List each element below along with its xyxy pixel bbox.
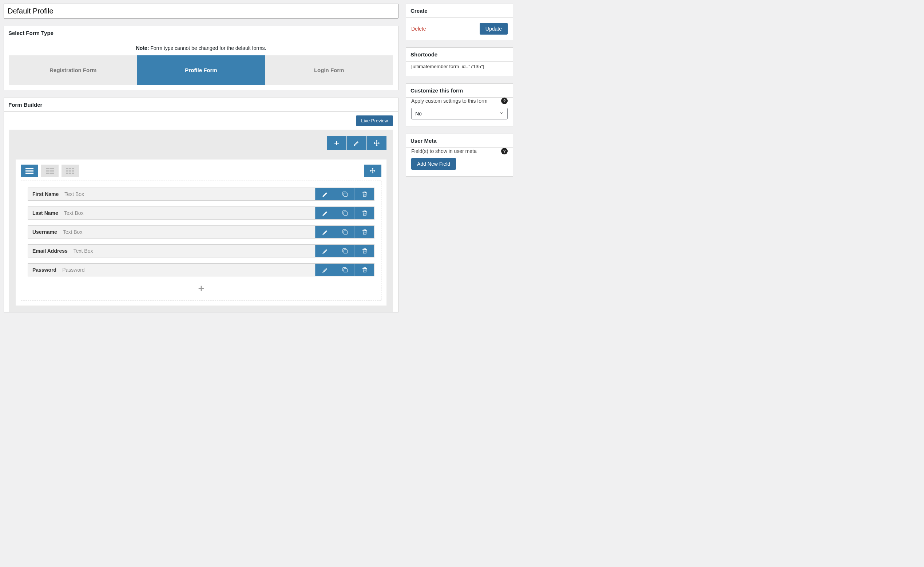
chevron-up-icon[interactable] bbox=[498, 90, 501, 92]
field-row: First Name Text Box bbox=[28, 188, 375, 201]
chevron-down-icon[interactable] bbox=[502, 140, 505, 142]
tab-profile-form[interactable]: Profile Form bbox=[137, 56, 265, 85]
field-row: Password Password bbox=[28, 263, 375, 277]
add-field-button[interactable] bbox=[197, 288, 205, 293]
panel-heading: User Meta bbox=[411, 138, 437, 144]
panel-create: Create Delete Update bbox=[406, 4, 513, 40]
chevron-up-icon[interactable] bbox=[498, 140, 501, 142]
delete-field-button[interactable] bbox=[354, 207, 374, 219]
delete-link[interactable]: Delete bbox=[411, 26, 426, 32]
live-preview-button[interactable]: Live Preview bbox=[356, 116, 393, 126]
panel-heading: Shortcode bbox=[411, 51, 437, 57]
svg-rect-3 bbox=[344, 250, 347, 253]
field-row: Email Address Text Box bbox=[28, 244, 375, 257]
edit-row-button[interactable] bbox=[347, 136, 366, 150]
field-label: Password bbox=[32, 267, 56, 273]
triangle-toggle-icon[interactable] bbox=[506, 140, 508, 142]
field-type: Password bbox=[62, 267, 84, 273]
layout-1col-button[interactable] bbox=[21, 165, 38, 177]
panel-heading: Select Form Type bbox=[8, 30, 54, 36]
triangle-toggle-icon[interactable] bbox=[506, 54, 508, 56]
panel-customize: Customize this form Apply custom setting… bbox=[406, 83, 513, 126]
field-type: Text Box bbox=[63, 229, 82, 235]
triangle-toggle-icon[interactable] bbox=[391, 32, 394, 34]
form-type-note: Note: Form type cannot be changed for th… bbox=[4, 40, 398, 56]
chevron-up-icon[interactable] bbox=[498, 10, 501, 12]
chevron-up-icon[interactable] bbox=[498, 54, 501, 56]
panel-user-meta: User Meta Field(s) to show in user meta … bbox=[406, 134, 513, 177]
duplicate-field-button[interactable] bbox=[335, 207, 354, 219]
customize-select[interactable]: No bbox=[411, 108, 508, 119]
help-icon[interactable]: ? bbox=[501, 98, 508, 104]
panel-heading: Customize this form bbox=[411, 87, 463, 93]
field-row: Username Text Box bbox=[28, 226, 375, 239]
panel-form-builder: Form Builder Live Preview bbox=[4, 98, 399, 313]
user-meta-label: Field(s) to show in user meta bbox=[411, 148, 477, 154]
chevron-down-icon[interactable] bbox=[502, 10, 505, 12]
chevron-up-icon[interactable] bbox=[384, 104, 387, 105]
chevron-up-icon[interactable] bbox=[384, 32, 387, 34]
layout-2col-button[interactable] bbox=[41, 165, 58, 177]
field-label: First Name bbox=[32, 191, 58, 197]
form-title-input[interactable] bbox=[4, 4, 399, 18]
edit-field-button[interactable] bbox=[315, 264, 335, 276]
triangle-toggle-icon[interactable] bbox=[506, 10, 508, 12]
add-row-button[interactable] bbox=[327, 136, 346, 150]
delete-field-button[interactable] bbox=[354, 188, 374, 200]
svg-rect-0 bbox=[344, 193, 347, 196]
duplicate-field-button[interactable] bbox=[335, 264, 354, 276]
panel-shortcode: Shortcode [ultimatemember form_id="7135"… bbox=[406, 47, 513, 76]
chevron-down-icon[interactable] bbox=[387, 104, 390, 105]
field-label: Username bbox=[32, 229, 57, 235]
panel-heading: Create bbox=[411, 8, 428, 14]
chevron-down-icon[interactable] bbox=[387, 32, 390, 34]
help-icon[interactable]: ? bbox=[501, 148, 508, 154]
svg-rect-1 bbox=[344, 212, 347, 215]
chevron-down-icon bbox=[496, 108, 507, 119]
delete-field-button[interactable] bbox=[354, 245, 374, 257]
field-row: Last Name Text Box bbox=[28, 206, 375, 220]
delete-field-button[interactable] bbox=[354, 226, 374, 238]
panel-form-type: Select Form Type Note: Form type cannot … bbox=[4, 26, 399, 90]
panel-heading: Form Builder bbox=[8, 102, 42, 108]
update-button[interactable]: Update bbox=[480, 23, 508, 35]
triangle-toggle-icon[interactable] bbox=[391, 104, 394, 105]
drag-handle[interactable] bbox=[364, 165, 381, 177]
edit-field-button[interactable] bbox=[315, 226, 335, 238]
add-new-field-button[interactable]: Add New Field bbox=[411, 158, 456, 170]
shortcode-value[interactable]: [ultimatemember form_id="7135"] bbox=[406, 62, 513, 76]
duplicate-field-button[interactable] bbox=[335, 188, 354, 200]
tab-login-form[interactable]: Login Form bbox=[265, 56, 393, 85]
tab-registration-form[interactable]: Registration Form bbox=[9, 56, 137, 85]
triangle-toggle-icon[interactable] bbox=[506, 90, 508, 92]
svg-rect-4 bbox=[344, 269, 347, 272]
field-label: Email Address bbox=[32, 248, 68, 254]
field-label: Last Name bbox=[32, 210, 58, 216]
edit-field-button[interactable] bbox=[315, 188, 335, 200]
fields-drop-zone: First Name Text Box Last Name Text Box bbox=[21, 180, 381, 301]
duplicate-field-button[interactable] bbox=[335, 245, 354, 257]
field-type: Text Box bbox=[64, 210, 84, 216]
duplicate-field-button[interactable] bbox=[335, 226, 354, 238]
chevron-down-icon[interactable] bbox=[502, 90, 505, 92]
layout-3col-button[interactable] bbox=[62, 165, 79, 177]
move-row-button[interactable] bbox=[367, 136, 387, 150]
chevron-down-icon[interactable] bbox=[502, 54, 505, 56]
field-type: Text Box bbox=[74, 248, 93, 254]
svg-rect-2 bbox=[344, 231, 347, 234]
field-type: Text Box bbox=[64, 191, 84, 197]
edit-field-button[interactable] bbox=[315, 245, 335, 257]
delete-field-button[interactable] bbox=[354, 264, 374, 276]
edit-field-button[interactable] bbox=[315, 207, 335, 219]
customize-label: Apply custom settings to this form bbox=[411, 98, 487, 104]
